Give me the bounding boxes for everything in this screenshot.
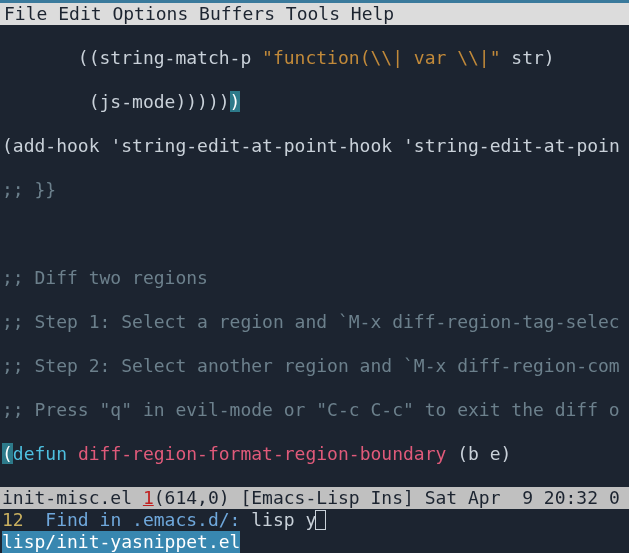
code-text: ((string-match-p	[2, 47, 262, 68]
comment-line: ;; }}	[2, 179, 629, 201]
code-line: (js-mode))))))	[2, 91, 629, 113]
menu-bar: File Edit Options Buffers Tools Help	[0, 3, 629, 25]
menu-options[interactable]: Options	[112, 3, 188, 24]
comment-line: ;; Step 2: Select another region and `M-…	[2, 355, 629, 377]
code-text: (b e)	[446, 443, 511, 464]
menu-file[interactable]: File	[4, 3, 47, 24]
cursor	[315, 510, 326, 530]
code-line: ((string-match-p "function(\\| var \\|" …	[2, 47, 629, 69]
symbol: 'string-edit-at-point-hook	[110, 135, 392, 156]
minibuffer[interactable]: 12 Find in .emacs.d/: lisp y	[0, 509, 629, 531]
keyword-defun: defun	[13, 443, 67, 464]
code-line: (add-hook 'string-edit-at-point-hook 'st…	[2, 135, 629, 157]
code-buffer[interactable]: ((string-match-p "function(\\| var \\|" …	[0, 25, 629, 487]
matching-paren: )	[230, 91, 241, 112]
symbol: 'string-edit-at-poin	[403, 135, 620, 156]
code-line: (defun diff-region-format-region-boundar…	[2, 443, 629, 465]
menu-edit[interactable]: Edit	[58, 3, 101, 24]
code-text: (js-mode)))))	[2, 91, 230, 112]
minibuffer-input[interactable]: lisp y	[240, 509, 316, 530]
comment-line: ;; Press "q" in evil-mode or "C-c C-c" t…	[2, 399, 629, 421]
minibuffer-prompt: Find in .emacs.d/:	[45, 509, 240, 530]
code-text: str)	[501, 47, 555, 68]
comment-line: ;; Step 1: Select a region and `M-x diff…	[2, 311, 629, 333]
modeline-warning-count: 1	[143, 487, 154, 508]
modeline-position: (614,0) [Emacs-Lisp Ins] Sat Apr 9 20:32…	[154, 487, 620, 508]
modeline-buffer-name: init-misc.el	[2, 487, 143, 508]
blank-line	[2, 223, 629, 245]
code-text: (add-hook	[2, 135, 110, 156]
candidate-count: 12	[2, 509, 45, 530]
completion-item-selected[interactable]: lisp/init-yasnippet.el	[0, 531, 629, 553]
string-literal: "function(\\| var \\|"	[262, 47, 500, 68]
comment-line: ;; Diff two regions	[2, 267, 629, 289]
completion-list[interactable]: lisp/init-yasnippet.el lisp/init-uniquif…	[0, 531, 629, 553]
code-text	[392, 135, 403, 156]
menu-help[interactable]: Help	[351, 3, 394, 24]
menu-tools[interactable]: Tools	[286, 3, 340, 24]
matching-paren: (	[2, 443, 13, 464]
completion-label: lisp/init-yasnippet.el	[2, 531, 240, 553]
menu-buffers[interactable]: Buffers	[199, 3, 275, 24]
function-name: diff-region-format-region-boundary	[78, 443, 446, 464]
code-text	[67, 443, 78, 464]
mode-line[interactable]: init-misc.el 1(614,0) [Emacs-Lisp Ins] S…	[0, 487, 629, 509]
